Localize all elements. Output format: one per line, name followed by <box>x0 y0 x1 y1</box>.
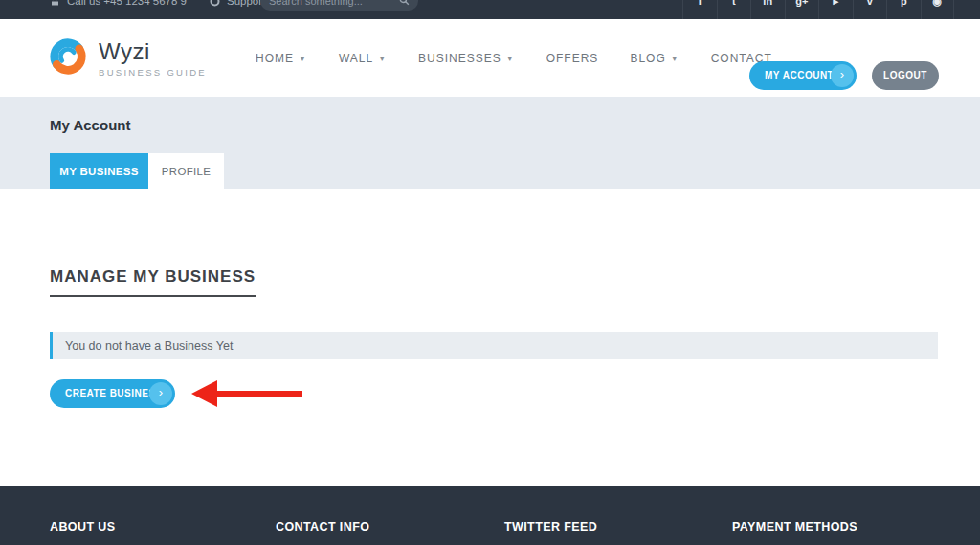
search-icon[interactable] <box>399 0 410 10</box>
support-icon <box>210 0 220 7</box>
social-icon-twitter[interactable]: t <box>717 0 751 19</box>
top-utility-bar: Call us +45 1234 5678 9 Support f t in g… <box>0 0 980 19</box>
chevron-down-icon: ▼ <box>299 55 307 63</box>
chevron-down-icon: ▼ <box>378 55 387 63</box>
section-title: MANAGE MY BUSINESS <box>50 267 256 297</box>
social-icon-facebook[interactable]: f <box>682 0 717 19</box>
site-footer: ABOUT US CONTACT INFO TWITTER FEED PAYME… <box>0 486 980 545</box>
logo-title: Wyzi <box>99 40 207 63</box>
nav-item-offers[interactable]: OFFERS <box>546 52 599 65</box>
page-title-band: My Account MY BUSINESS PROFILE <box>0 97 980 189</box>
footer-heading-about-us: ABOUT US <box>50 520 115 534</box>
red-arrow-annotation <box>191 380 303 411</box>
chevron-down-icon: ▼ <box>506 55 515 63</box>
site-header: Wyzi BUSINESS GUIDE HOME▼ WALL▼ BUSINESS… <box>0 19 980 97</box>
logo-subtitle: BUSINESS GUIDE <box>99 67 207 78</box>
social-links: f t in g+ ▸ v p ◉ <box>682 0 954 19</box>
search-bar[interactable] <box>260 0 418 11</box>
social-icon-googleplus[interactable]: g+ <box>785 0 819 19</box>
no-business-notice: You do not have a Business Yet <box>50 332 938 359</box>
logo[interactable]: Wyzi BUSINESS GUIDE <box>48 36 207 80</box>
chevron-right-icon: › <box>149 382 172 405</box>
footer-heading-payment-methods: PAYMENT METHODS <box>732 520 858 534</box>
my-account-button[interactable]: MY ACCOUNT › <box>749 61 857 90</box>
nav-item-wall[interactable]: WALL▼ <box>339 52 387 65</box>
footer-heading-twitter-feed: TWITTER FEED <box>504 520 597 534</box>
tab-my-business[interactable]: MY BUSINESS <box>50 153 148 189</box>
create-business-button[interactable]: CREATE BUSINESS › <box>50 379 175 408</box>
social-icon-linkedin[interactable]: in <box>750 0 785 19</box>
social-icon-vimeo[interactable]: v <box>853 0 887 19</box>
phone-icon <box>50 0 60 7</box>
social-icon-pinterest[interactable]: p <box>886 0 921 19</box>
chevron-right-icon: › <box>831 64 854 87</box>
chevron-down-icon: ▼ <box>671 55 679 63</box>
logout-button[interactable]: LOGOUT <box>872 61 939 90</box>
tab-profile[interactable]: PROFILE <box>148 153 224 189</box>
logo-swirl-icon <box>48 36 88 80</box>
nav-item-home[interactable]: HOME▼ <box>256 52 307 65</box>
social-icon-instagram[interactable]: ◉ <box>921 0 955 19</box>
search-input[interactable] <box>269 0 399 7</box>
social-icon-youtube[interactable]: ▸ <box>818 0 853 19</box>
account-tabs: MY BUSINESS PROFILE <box>50 153 224 189</box>
nav-item-businesses[interactable]: BUSINESSES▼ <box>418 52 515 65</box>
call-us-label: Call us +45 1234 5678 9 <box>67 0 187 7</box>
footer-heading-contact-info: CONTACT INFO <box>276 520 369 534</box>
page-title: My Account <box>50 117 130 133</box>
main-nav: HOME▼ WALL▼ BUSINESSES▼ OFFERS BLOG▼ CON… <box>256 19 772 97</box>
nav-item-blog[interactable]: BLOG▼ <box>630 52 679 65</box>
